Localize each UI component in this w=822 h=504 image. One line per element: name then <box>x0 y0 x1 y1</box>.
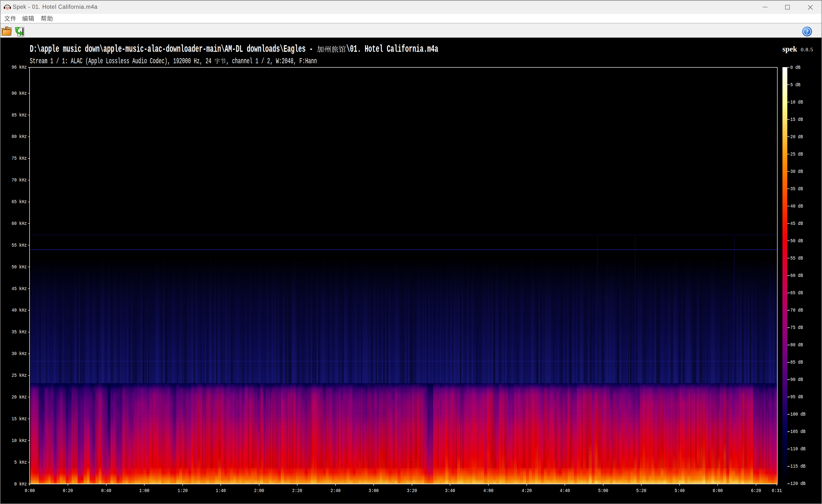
svg-text:?: ? <box>806 28 809 35</box>
